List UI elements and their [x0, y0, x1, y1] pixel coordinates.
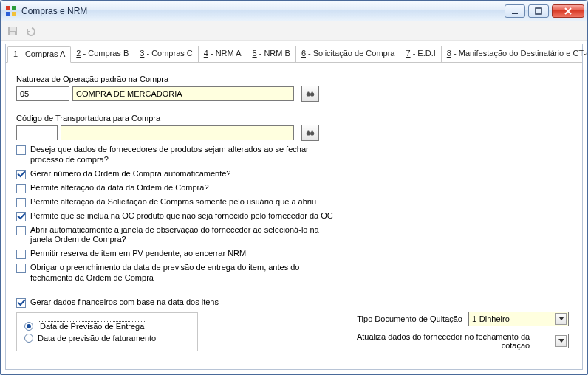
chevron-down-icon: [555, 313, 567, 325]
svg-rect-4: [512, 13, 518, 14]
binoculars-icon: [305, 89, 315, 99]
checkbox: [16, 198, 26, 207]
radio-previsao-faturamento[interactable]: Data de previsão de faturamento: [24, 334, 190, 343]
tab[interactable]: 1 - Compras A: [7, 46, 71, 63]
checkbox-label: Abrir automaticamente a janela de observ…: [30, 225, 334, 246]
tipo-doc-label: Tipo Documento de Quitação: [357, 314, 462, 323]
checkbox-row[interactable]: Abrir automaticamente a janela de observ…: [16, 225, 334, 246]
svg-rect-11: [308, 92, 310, 94]
radio-label: Data de previsão de faturamento: [38, 334, 156, 343]
checkbox-row[interactable]: Deseja que dados de fornecedores de prod…: [16, 145, 334, 165]
checkbox: [16, 170, 26, 179]
atualiza-label: Atualiza dados do fornecedor no fechamen…: [332, 332, 530, 350]
checkbox-label: Permite alteração da data da Ordem de Co…: [30, 183, 209, 193]
svg-rect-3: [12, 12, 16, 16]
checkbox-row[interactable]: Permite alteração da Solicitação de Comp…: [16, 197, 334, 207]
checkbox: [16, 184, 26, 193]
svg-rect-1: [12, 6, 16, 10]
checkbox-row[interactable]: Obrigar o preenchimento da data de previ…: [16, 263, 334, 283]
checkbox-label: Obrigar o preenchimento da data de previ…: [30, 263, 334, 283]
svg-rect-2: [6, 12, 10, 16]
transp-desc-input[interactable]: [61, 125, 294, 140]
svg-rect-8: [10, 32, 15, 35]
atualiza-select[interactable]: [536, 334, 569, 348]
tab[interactable]: 7 - E.D.I: [400, 46, 441, 62]
natureza-desc-input[interactable]: [72, 86, 294, 101]
checkbox-label: Gerar dados financeiros com base na data…: [30, 297, 219, 308]
transp-label: Código de Transportadora para Compra: [16, 114, 572, 123]
svg-rect-0: [6, 6, 10, 10]
checkbox: [16, 212, 26, 221]
checkbox-row[interactable]: Permitir reserva de item em PV pendente,…: [16, 249, 334, 259]
checkbox-label: Gerar número da Ordem de Compra automati…: [30, 169, 230, 179]
window-buttons: [505, 4, 584, 18]
checkbox-area: Deseja que dados de fornecedores de prod…: [16, 145, 572, 308]
transp-code-input[interactable]: [16, 125, 58, 140]
toolbar: [1, 21, 587, 41]
svg-rect-15: [308, 131, 310, 133]
tab[interactable]: 2 - Compras B: [71, 46, 134, 62]
transp-lookup-button[interactable]: [301, 125, 319, 141]
svg-rect-5: [536, 8, 541, 14]
date-basis-group: Data de Previsão de Entrega Data de prev…: [16, 312, 198, 351]
tab[interactable]: 8 - Manifestação do Destinatário e CT-e: [442, 46, 588, 62]
tab[interactable]: 3 - Compras C: [134, 46, 199, 62]
svg-rect-16: [312, 131, 313, 133]
checkbox-label: Permite alteração da Solicitação de Comp…: [30, 197, 316, 207]
tab-bar: 1 - Compras A2 - Compras B3 - Compras C4…: [6, 44, 582, 63]
checkbox-label: Permite que se inclua na OC produto que …: [30, 211, 333, 221]
client-area: 1 - Compras A2 - Compras B3 - Compras C4…: [5, 44, 583, 370]
select-value: 1-Dinheiro: [472, 314, 510, 323]
tab[interactable]: 4 - NRM A: [199, 46, 247, 62]
radio-label: Data de Previsão de Entrega: [38, 321, 146, 331]
checkbox: [16, 264, 26, 273]
radio-icon: [24, 334, 33, 343]
radio-icon: [24, 322, 33, 331]
maximize-button[interactable]: [528, 4, 549, 18]
chevron-down-icon: [555, 335, 567, 347]
checkbox-row[interactable]: Permite alteração da data da Ordem de Co…: [16, 183, 334, 193]
checkbox-row[interactable]: Gerar número da Ordem de Compra automati…: [16, 169, 334, 179]
binoculars-icon: [305, 128, 315, 138]
checkbox-row[interactable]: Gerar dados financeiros com base na data…: [16, 297, 334, 308]
svg-rect-7: [10, 27, 16, 31]
undo-icon[interactable]: [24, 25, 36, 37]
tipo-doc-select[interactable]: 1-Dinheiro: [468, 312, 569, 326]
radio-previsao-entrega[interactable]: Data de Previsão de Entrega: [24, 321, 190, 331]
checkbox-row[interactable]: Permite que se inclua na OC produto que …: [16, 211, 334, 221]
window-title: Compras e NRM: [21, 6, 505, 16]
window: Compras e NRM 1 - Compras A2 - Compras B…: [0, 0, 588, 375]
natureza-code-input[interactable]: [16, 86, 69, 101]
tab[interactable]: 6 - Solicitação de Compra: [296, 46, 401, 62]
checkbox: [16, 145, 26, 155]
save-icon[interactable]: [7, 25, 18, 37]
checkbox-label: Deseja que dados de fornecedores de prod…: [30, 145, 334, 165]
minimize-button[interactable]: [505, 4, 525, 18]
checkbox: [16, 298, 26, 308]
right-options: Tipo Documento de Quitação 1-Dinheiro At…: [332, 306, 569, 356]
close-button[interactable]: [552, 4, 584, 18]
checkbox-label: Permitir reserva de item em PV pendente,…: [30, 249, 246, 259]
natureza-lookup-button[interactable]: [301, 86, 319, 102]
app-icon: [5, 5, 17, 17]
checkbox: [16, 250, 26, 259]
natureza-label: Natureza de Operação padrão na Compra: [16, 75, 572, 83]
checkbox: [16, 226, 26, 235]
svg-rect-12: [312, 92, 313, 94]
tab[interactable]: 5 - NRM B: [247, 46, 296, 62]
titlebar: Compras e NRM: [1, 1, 587, 21]
